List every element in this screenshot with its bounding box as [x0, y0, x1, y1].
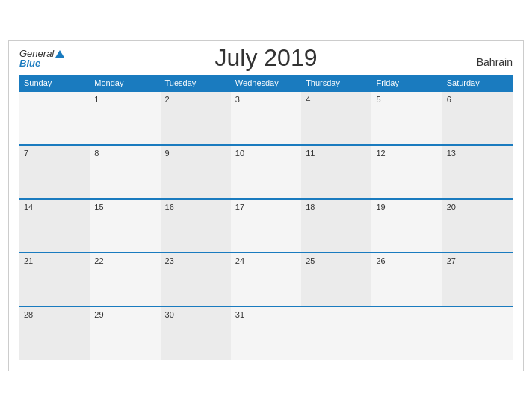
calendar-day-cell: 20 [442, 199, 513, 253]
calendar-day-cell: 26 [371, 253, 442, 306]
calendar-day-cell: 22 [90, 253, 160, 306]
calendar-day-cell [19, 91, 90, 145]
calendar-day-cell: 2 [161, 91, 231, 145]
calendar-day-cell: 7 [19, 145, 90, 199]
calendar-week-row: 78910111213 [19, 145, 513, 199]
day-tuesday: Tuesday [161, 75, 231, 91]
calendar-header: General Blue July 2019 Bahrain [19, 49, 513, 68]
calendar-day-cell: 21 [19, 253, 90, 306]
calendar-day-cell: 16 [161, 199, 231, 253]
country-label: Bahrain [477, 56, 513, 68]
day-friday: Friday [371, 75, 442, 91]
calendar-day-cell: 5 [371, 91, 442, 145]
calendar-grid: Sunday Monday Tuesday Wednesday Thursday… [19, 75, 513, 360]
logo: General Blue [19, 49, 64, 68]
calendar-day-cell: 15 [90, 199, 160, 253]
calendar-day-cell: 1 [90, 91, 160, 145]
calendar-day-cell: 3 [231, 91, 301, 145]
calendar-day-cell: 29 [90, 306, 160, 360]
calendar-day-cell: 18 [301, 199, 371, 253]
calendar-day-cell: 9 [161, 145, 231, 199]
calendar-day-cell: 24 [231, 253, 301, 306]
logo-general-text: General [19, 49, 64, 58]
calendar-day-cell: 11 [301, 145, 371, 199]
calendar-week-row: 14151617181920 [19, 199, 513, 253]
day-saturday: Saturday [442, 75, 513, 91]
calendar-day-cell: 30 [161, 306, 231, 360]
month-title: July 2019 [215, 44, 318, 72]
calendar-day-cell: 13 [442, 145, 513, 199]
calendar-body: 1234567891011121314151617181920212223242… [19, 91, 513, 360]
calendar-day-cell: 19 [371, 199, 442, 253]
calendar-container: General Blue July 2019 Bahrain Sunday Mo… [8, 40, 524, 371]
calendar-day-cell: 12 [371, 145, 442, 199]
calendar-header-row: Sunday Monday Tuesday Wednesday Thursday… [19, 75, 513, 91]
day-sunday: Sunday [19, 75, 90, 91]
calendar-day-cell: 28 [19, 306, 90, 360]
calendar-day-cell: 23 [161, 253, 231, 306]
logo-blue-text: Blue [19, 58, 64, 68]
calendar-day-cell: 14 [19, 199, 90, 253]
calendar-day-cell: 27 [442, 253, 513, 306]
calendar-week-row: 21222324252627 [19, 253, 513, 306]
calendar-week-row: 123456 [19, 91, 513, 145]
calendar-day-cell: 31 [231, 306, 301, 360]
days-of-week-row: Sunday Monday Tuesday Wednesday Thursday… [19, 75, 513, 91]
calendar-day-cell [371, 306, 442, 360]
calendar-day-cell: 8 [90, 145, 160, 199]
day-monday: Monday [90, 75, 160, 91]
calendar-day-cell: 25 [301, 253, 371, 306]
calendar-day-cell: 6 [442, 91, 513, 145]
calendar-week-row: 28293031 [19, 306, 513, 360]
calendar-day-cell: 17 [231, 199, 301, 253]
logo-triangle-icon [55, 50, 64, 58]
day-thursday: Thursday [301, 75, 371, 91]
day-wednesday: Wednesday [231, 75, 301, 91]
calendar-day-cell: 10 [231, 145, 301, 199]
calendar-day-cell [442, 306, 513, 360]
calendar-day-cell: 4 [301, 91, 371, 145]
calendar-day-cell [301, 306, 371, 360]
